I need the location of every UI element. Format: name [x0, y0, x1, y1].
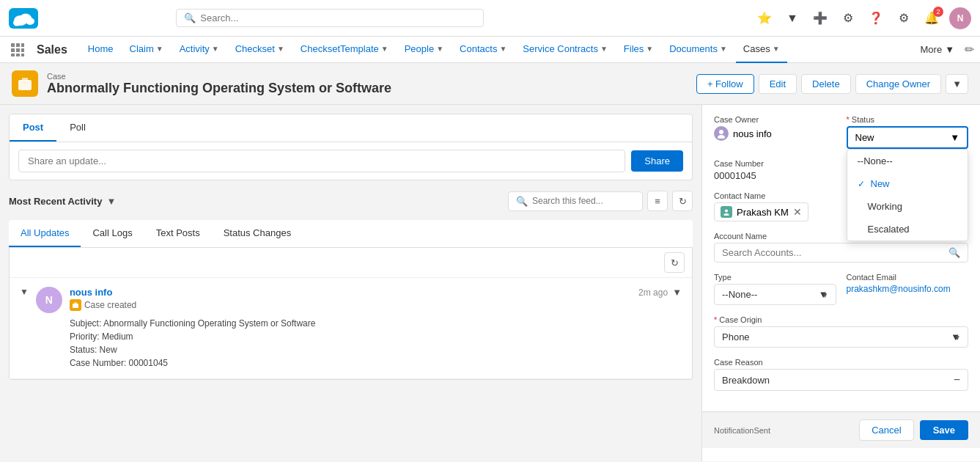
filter-text-posts[interactable]: Text Posts — [144, 220, 212, 247]
settings-icon[interactable]: ⚙ — [894, 8, 914, 29]
edit-nav-icon[interactable]: ✏ — [965, 43, 974, 56]
change-owner-button[interactable]: Change Owner — [855, 74, 941, 94]
svg-point-2 — [26, 18, 34, 25]
svg-rect-11 — [16, 54, 20, 56]
nav-files[interactable]: Files ▼ — [616, 37, 660, 63]
nav-contacts[interactable]: Contacts ▼ — [452, 37, 514, 63]
activity-chevron-icon[interactable]: ▼ — [106, 196, 116, 207]
filter-feed-button[interactable]: ≡ — [647, 191, 668, 211]
nav-home[interactable]: Home — [81, 37, 121, 63]
option-label: Working — [868, 201, 902, 212]
activity-right: 🔍 ≡ ↻ — [508, 191, 693, 211]
share-update-input[interactable] — [18, 150, 625, 172]
status-value: New — [855, 132, 874, 143]
setup-icon[interactable]: ⚙ — [838, 8, 858, 29]
post-poll-container: Post Poll Share — [9, 114, 693, 180]
nav-documents[interactable]: Documents ▼ — [662, 37, 734, 63]
tab-poll[interactable]: Poll — [56, 114, 99, 142]
case-owner-value: nous info — [714, 126, 836, 141]
refresh-feed-small-button[interactable]: ↻ — [664, 252, 685, 273]
actions-dropdown-button[interactable]: ▼ — [946, 74, 968, 94]
svg-rect-6 — [21, 43, 24, 47]
case-owner-name: nous info — [733, 128, 772, 139]
contact-email-value[interactable]: prakashkm@nousinfo.com — [847, 284, 969, 294]
status-select[interactable]: New ▼ — [847, 126, 969, 149]
favorites-icon[interactable]: ⭐ — [754, 8, 775, 29]
case-type-icon — [12, 70, 38, 97]
search-feed-input[interactable] — [532, 196, 635, 206]
nav-checksettemplate[interactable]: ChecksetTemplate ▼ — [293, 37, 396, 63]
cancel-button[interactable]: Cancel — [859, 419, 913, 441]
svg-rect-10 — [11, 54, 15, 56]
status-option-working[interactable]: Working — [847, 195, 968, 218]
svg-rect-12 — [21, 54, 24, 56]
feed-time: 2m ago — [638, 287, 668, 298]
chevron-icon: ▼ — [381, 45, 388, 53]
feed-user-name[interactable]: nous info — [70, 287, 113, 298]
collapse-icon[interactable]: ▼ — [20, 287, 29, 297]
status-option-new[interactable]: ✓ New — [847, 172, 968, 195]
status-option-escalated[interactable]: Escalated — [847, 218, 968, 241]
type-select[interactable]: --None-- ▼ — [714, 284, 836, 305]
nav-people[interactable]: People ▼ — [397, 37, 451, 63]
nav-checkset[interactable]: Checkset ▼ — [228, 37, 292, 63]
contact-email-label: Contact Email — [847, 273, 969, 282]
svg-rect-5 — [16, 43, 20, 47]
svg-rect-16 — [74, 302, 77, 304]
feed-item-dropdown-icon[interactable]: ▼ — [672, 287, 682, 298]
type-field: Type --None-- ▼ — [714, 273, 836, 305]
nav-servicecontracts[interactable]: Service Contracts ▼ — [515, 37, 615, 63]
filter-status-changes[interactable]: Status Changes — [212, 220, 303, 247]
case-origin-label: Case Origin — [714, 315, 968, 324]
activity-label: Most Recent Activity — [9, 196, 102, 207]
filter-all-updates[interactable]: All Updates — [9, 220, 81, 247]
nav-claim[interactable]: Claim ▼ — [122, 37, 171, 63]
top-nav: 🔍 ⭐ ▼ ➕ ⚙ ❓ ⚙ 🔔 2 N — [0, 0, 980, 37]
status-field: Status New ▼ --None-- ✓ — [847, 115, 969, 149]
chevron-icon: ▼ — [600, 45, 608, 53]
nav-cases[interactable]: Cases ▼ — [736, 37, 787, 63]
case-origin-value: Phone — [722, 331, 750, 342]
favorites-dropdown[interactable]: ▼ — [782, 8, 803, 29]
tab-post[interactable]: Post — [10, 114, 56, 142]
case-header-left: Case Abnormally Functioning Operating Sy… — [12, 70, 391, 97]
filter-call-logs[interactable]: Call Logs — [81, 220, 144, 247]
notifications-icon[interactable]: 🔔 2 — [921, 8, 942, 29]
global-search-bar[interactable]: 🔍 — [176, 9, 484, 27]
help-icon[interactable]: ❓ — [866, 8, 886, 29]
notification-badge: 2 — [933, 7, 943, 17]
feed-item-body: nous info Case created 2m ago — [70, 287, 682, 370]
user-avatar[interactable]: N — [949, 7, 971, 29]
more-nav-button[interactable]: More ▼ — [915, 44, 961, 55]
case-origin-select[interactable]: Phone ▼ — [714, 326, 968, 348]
feed-item-controls: ▼ — [20, 287, 29, 370]
more-label: More — [921, 44, 943, 55]
case-origin-wrapper: Phone ▼ — [714, 326, 968, 348]
refresh-feed-button[interactable]: ↻ — [672, 191, 693, 211]
follow-button[interactable]: + Follow — [696, 74, 754, 94]
edit-button[interactable]: Edit — [759, 74, 797, 94]
salesforce-logo[interactable] — [9, 8, 38, 29]
remove-contact-icon[interactable]: ✕ — [793, 206, 802, 218]
add-icon[interactable]: ➕ — [810, 8, 830, 29]
share-button[interactable]: Share — [631, 150, 683, 172]
status-label: Status — [847, 115, 969, 124]
app-launcher-icon[interactable] — [6, 37, 29, 63]
top-icons: ⭐ ▼ ➕ ⚙ ❓ ⚙ 🔔 2 N — [754, 7, 971, 29]
delete-button[interactable]: Delete — [801, 74, 851, 94]
case-reason-select[interactable]: Breakdown − — [714, 369, 968, 391]
owner-status-row: Case Owner nous info Status — [714, 115, 968, 159]
svg-point-17 — [719, 130, 723, 134]
chevron-down-icon: ▼ — [945, 44, 954, 55]
chevron-down-icon: ▼ — [951, 331, 960, 342]
nav-activity[interactable]: Activity ▼ — [172, 37, 226, 63]
activity-left: Most Recent Activity ▼ — [9, 196, 116, 207]
status-option-none[interactable]: --None-- — [847, 150, 968, 172]
save-button[interactable]: Save — [920, 420, 968, 440]
search-input[interactable] — [200, 12, 476, 23]
svg-point-18 — [718, 135, 725, 139]
account-search-input[interactable] — [722, 247, 944, 258]
case-action-icon — [70, 299, 81, 311]
account-search[interactable]: 🔍 — [714, 243, 968, 263]
search-feed-bar[interactable]: 🔍 — [508, 191, 643, 211]
